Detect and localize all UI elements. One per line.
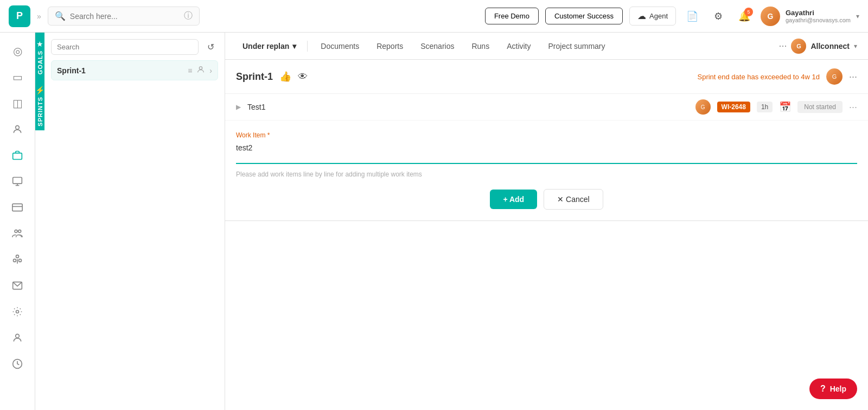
user-info: Gayathri gayathri@snovasys.com: [786, 9, 851, 23]
work-item-field-label: Work Item *: [236, 131, 857, 139]
agent-icon: ☁: [637, 11, 646, 21]
sprints-tab[interactable]: ⚡ Sprints: [35, 81, 44, 130]
sidebar-item-profile[interactable]: [5, 326, 29, 350]
goals-star-icon: ★: [36, 40, 43, 48]
goals-tab-label: goals: [37, 51, 43, 74]
document-icon-btn[interactable]: 📄: [682, 7, 702, 26]
left-sidebar: ◎ ▭ ◫: [0, 33, 35, 410]
sprint-expand-icon[interactable]: ›: [209, 66, 212, 75]
sub-nav-project-summary[interactable]: Project summary: [540, 37, 614, 55]
svg-rect-2: [13, 178, 22, 184]
settings-icon-btn[interactable]: ⚙: [709, 7, 728, 26]
svg-rect-5: [12, 204, 22, 211]
sidebar-item-settings[interactable]: [5, 300, 29, 324]
work-item-user-avatar: G: [695, 99, 711, 115]
work-item-label-text: Work Item: [236, 131, 265, 139]
sprint-title: Sprint-1: [236, 71, 273, 83]
sub-nav-reports[interactable]: Reports: [368, 37, 412, 55]
sub-nav-scenarios[interactable]: Scenarios: [412, 37, 463, 55]
work-item-textarea[interactable]: test2: [236, 141, 857, 164]
user-section[interactable]: G Gayathri gayathri@snovasys.com ▾: [761, 7, 859, 26]
svg-point-9: [16, 255, 19, 258]
main-content: Sprint-1 👍 👁 Sprint end date has exceede…: [225, 60, 868, 410]
goals-tab[interactable]: ★ goals: [35, 33, 44, 81]
sidebar-item-tv[interactable]: ▭: [5, 65, 29, 89]
sidebar-search-input[interactable]: [57, 43, 193, 51]
svg-point-14: [16, 334, 20, 338]
svg-point-16: [200, 67, 202, 70]
svg-point-7: [15, 230, 17, 232]
sub-nav: Under replan ▾ Documents Reports Scenari…: [225, 33, 868, 60]
work-item-row: ▶ Test1 G WI-2648 1h 📅 Not started ···: [225, 94, 868, 121]
row-more-icon[interactable]: ···: [849, 102, 857, 113]
help-icon: ?: [820, 384, 826, 394]
workspace-chevron-icon: ▾: [854, 42, 857, 50]
expand-row-icon[interactable]: ▶: [236, 103, 241, 111]
sprint-more-icon[interactable]: ···: [849, 71, 857, 83]
user-name: Gayathri: [786, 9, 851, 17]
sidebar-tabs: ★ goals ⚡ Sprints: [35, 33, 44, 410]
sub-nav-documents[interactable]: Documents: [312, 37, 368, 55]
sidebar-item-user[interactable]: [5, 117, 29, 141]
search-icon: 🔍: [55, 11, 66, 21]
workspace-name: Allconnect: [810, 42, 850, 51]
agent-button[interactable]: ☁ Agent: [629, 7, 676, 26]
required-asterisk: *: [267, 131, 270, 139]
sidebar-search-box: [51, 39, 199, 55]
customer-success-button[interactable]: Customer Success: [545, 8, 623, 24]
sidebar-content: ↺ Sprint-1 ≡ ›: [44, 33, 225, 410]
search-input[interactable]: [70, 12, 180, 21]
search-bar-container: 🔍 ⓘ: [48, 7, 200, 26]
sprint-user-avatar: G: [826, 68, 843, 85]
sidebar-item-briefcase[interactable]: [5, 143, 29, 167]
secondary-sidebar: ★ goals ⚡ Sprints ↺ Sprint-1 ≡ ›: [35, 33, 225, 410]
sprint-name: Sprint-1: [57, 66, 188, 75]
sub-nav-more-icon[interactable]: ···: [778, 40, 787, 52]
sprint-user-icon[interactable]: [196, 65, 205, 75]
eye-icon[interactable]: 👁: [298, 71, 308, 83]
svg-point-11: [19, 259, 22, 262]
sub-nav-activity[interactable]: Activity: [498, 37, 539, 55]
top-nav: P » 🔍 ⓘ Free Demo Customer Success ☁ Age…: [0, 0, 868, 33]
info-icon[interactable]: ⓘ: [184, 10, 193, 22]
free-demo-button[interactable]: Free Demo: [485, 8, 539, 24]
wi-badge: WI-2648: [717, 102, 750, 112]
under-replan-button[interactable]: Under replan ▾: [236, 37, 303, 55]
svg-point-10: [14, 259, 16, 262]
sidebar-item-clock[interactable]: [5, 352, 29, 376]
sub-nav-runs[interactable]: Runs: [463, 37, 498, 55]
sidebar-item-card[interactable]: [5, 195, 29, 219]
sidebar-item-mail[interactable]: [5, 274, 29, 298]
sidebar-item-group[interactable]: [5, 248, 29, 272]
expand-icon[interactable]: »: [37, 12, 41, 21]
sidebar-item-monitor[interactable]: [5, 169, 29, 193]
help-button[interactable]: ? Help: [809, 379, 857, 399]
cancel-button[interactable]: ✕ Cancel: [544, 189, 603, 210]
user-avatar: G: [761, 7, 780, 26]
form-hint: Please add work items line by line for a…: [236, 171, 857, 178]
workspace-badge[interactable]: G Allconnect ▾: [791, 39, 857, 54]
sidebar-item-calendar[interactable]: ◫: [5, 91, 29, 115]
add-work-form: Work Item * test2 Please add work items …: [225, 121, 868, 221]
like-icon[interactable]: 👍: [279, 71, 291, 83]
app-logo[interactable]: P: [9, 5, 30, 27]
form-actions: + Add ✕ Cancel: [236, 189, 857, 210]
sprint-warning: Sprint end date has exceeded to 4w 1d: [697, 73, 820, 81]
help-label: Help: [830, 384, 846, 393]
sprint-item[interactable]: Sprint-1 ≡ ›: [51, 60, 218, 80]
sidebar-item-target[interactable]: ◎: [5, 39, 29, 63]
sprint-menu-icon[interactable]: ≡: [188, 66, 192, 75]
add-button[interactable]: + Add: [490, 190, 537, 209]
workspace-avatar: G: [791, 39, 806, 54]
notification-badge: 5: [744, 8, 753, 16]
calendar-icon[interactable]: 📅: [779, 101, 791, 113]
sub-nav-right: ··· G Allconnect ▾: [778, 39, 857, 54]
notification-icon-btn[interactable]: 🔔 5: [735, 7, 754, 26]
refresh-button[interactable]: ↺: [203, 40, 218, 55]
sub-nav-divider: [307, 41, 308, 52]
agent-label: Agent: [649, 12, 668, 20]
under-replan-label: Under replan: [242, 42, 289, 51]
svg-point-13: [16, 311, 19, 313]
sprint-header: Sprint-1 👍 👁 Sprint end date has exceede…: [225, 60, 868, 94]
sidebar-item-team[interactable]: [5, 222, 29, 245]
